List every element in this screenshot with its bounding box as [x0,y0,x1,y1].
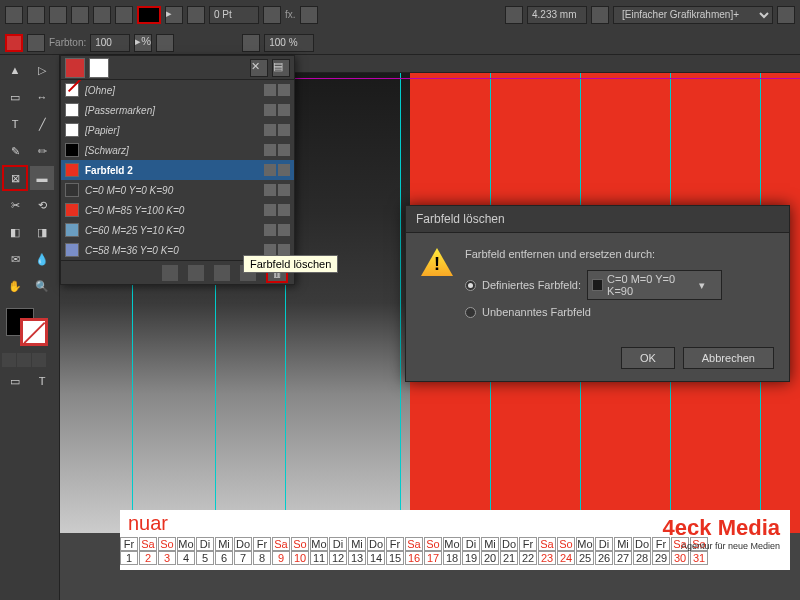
swatch-row[interactable]: [Ohne] [61,80,294,100]
swatch-row[interactable]: [Passermarken] [61,100,294,120]
free-transform-tool[interactable]: ⟲ [29,192,55,218]
toolbar-icon[interactable] [5,6,23,24]
selection-tool[interactable]: ▲ [2,57,28,83]
swatches-list[interactable]: [Ohne][Passermarken][Papier][Schwarz]Far… [61,80,294,260]
calendar-number-row: 1234567891011121314151617181920212223242… [120,551,790,565]
container-toggle-icon[interactable] [27,34,45,52]
rectangle-frame-tool[interactable]: ⊠ [2,165,28,191]
swatch-row[interactable]: [Schwarz] [61,140,294,160]
view-mode-tool[interactable]: ▭ [2,368,28,394]
thumbnail-view-icon[interactable] [188,265,204,281]
ok-button[interactable]: OK [621,347,675,369]
swatch-sample-icon [65,103,79,117]
note-tool[interactable]: ✉ [2,246,28,272]
stroke-color-icon[interactable] [20,318,48,346]
swatch-row[interactable]: Farbfeld 2 [61,160,294,180]
toolbar-icon[interactable] [115,6,133,24]
dialog-title: Farbfeld löschen [406,206,789,233]
swatch-sample-icon [65,123,79,137]
opacity-input[interactable] [264,34,314,52]
toolbar-icon[interactable] [27,6,45,24]
type-tool[interactable]: T [2,111,28,137]
stroke-weight-icon[interactable] [187,6,205,24]
defined-swatch-radio[interactable] [465,280,476,291]
toolbar-icon[interactable] [242,34,260,52]
toolbar-icon[interactable] [300,6,318,24]
swatch-preview-icon [592,279,603,291]
list-view-icon[interactable] [162,265,178,281]
swatch-name: [Passermarken] [85,105,258,116]
scissors-tool[interactable]: ✂ [2,192,28,218]
eyedropper-tool[interactable]: 💧 [29,246,55,272]
swatch-sample-icon [65,83,79,97]
brand-tagline: Agentur für neue Medien [663,541,780,551]
swatch-mode-icon [278,84,290,96]
brand-block: 4eck Media Agentur für neue Medien [663,515,780,551]
swatch-options-icon[interactable] [214,265,230,281]
swatch-type-icon [264,84,276,96]
fill-swatch-icon[interactable] [137,6,161,24]
toolbar-icon[interactable] [49,6,67,24]
toolbar-icon[interactable] [777,6,795,24]
swatch-row[interactable]: C=0 M=85 Y=100 K=0 [61,200,294,220]
opacity-icon[interactable] [263,6,281,24]
swatch-type-icon [264,164,276,176]
swatch-name: C=58 M=36 Y=0 K=0 [85,245,258,256]
gap-tool[interactable]: ↔ [29,84,55,110]
apply-color-icon[interactable] [2,353,16,367]
toolbar-icon[interactable] [156,34,174,52]
swatch-mode-icon [278,184,290,196]
replacement-swatch-select[interactable]: C=0 M=0 Y=0 K=90 ▾ [587,270,722,300]
rectangle-tool[interactable]: ▬ [29,165,55,191]
hand-tool[interactable]: ✋ [2,273,28,299]
cancel-button[interactable]: Abbrechen [683,347,774,369]
stroke-chip-icon[interactable] [89,58,109,78]
swatch-type-icon [264,104,276,116]
swatch-sample-icon [65,203,79,217]
toolbar-icon[interactable] [71,6,89,24]
none-icon[interactable]: ✕ [250,59,268,77]
zoom-tool[interactable]: 🔍 [29,273,55,299]
swatch-sample-icon [65,183,79,197]
gradient-tool[interactable]: ◨ [29,219,55,245]
swatch-name: Farbfeld 2 [85,165,258,176]
fill-stroke-proxy[interactable] [2,308,52,348]
toolbar-icon[interactable] [591,6,609,24]
gradient-feather-tool[interactable]: ◧ [2,219,28,245]
screen-mode-tool[interactable]: T [29,368,55,394]
fill-proxy-icon[interactable] [5,34,23,52]
stroke-weight-input[interactable] [209,6,259,24]
swatch-name: C=0 M=0 Y=0 K=90 [85,185,258,196]
toolbox: ▲ ▷ ▭ ↔ T ╱ ✎ ✏ ⊠ ▬ ✂ ⟲ ◧ ◨ ✉ 💧 ✋ 🔍 ▭ T [0,55,60,600]
swatch-row[interactable]: C=60 M=25 Y=10 K=0 [61,220,294,240]
swatch-row[interactable]: C=0 M=0 Y=0 K=90 [61,180,294,200]
warning-icon [421,248,453,276]
page-tool[interactable]: ▭ [2,84,28,110]
swatch-name: [Schwarz] [85,145,258,156]
swatch-mode-icon [278,144,290,156]
pencil-tool[interactable]: ✏ [29,138,55,164]
pen-tool[interactable]: ✎ [2,138,28,164]
fill-chip-icon[interactable] [65,58,85,78]
toolbar-icon[interactable] [93,6,111,24]
panel-menu-icon[interactable]: ▤ [272,59,290,77]
apply-gradient-icon[interactable] [17,353,31,367]
swatch-name: [Ohne] [85,85,258,96]
dropdown-icon[interactable]: ▸% [134,34,152,52]
swatch-type-icon [264,204,276,216]
swatches-panel-header: ✕ ▤ [61,56,294,80]
direct-selection-tool[interactable]: ▷ [29,57,55,83]
swatch-row[interactable]: [Papier] [61,120,294,140]
swatch-sample-icon [65,223,79,237]
fit-icon[interactable] [505,6,523,24]
line-tool[interactable]: ╱ [29,111,55,137]
swatch-mode-icon [278,104,290,116]
dropdown-icon[interactable]: ▸ [165,6,183,24]
tint-input[interactable] [90,34,130,52]
measurement-input[interactable] [527,6,587,24]
apply-none-icon[interactable] [32,353,46,367]
unnamed-swatch-radio[interactable] [465,307,476,318]
swatch-name: C=0 M=85 Y=100 K=0 [85,205,258,216]
object-style-select[interactable]: [Einfacher Grafikrahmen]+ [613,6,773,24]
swatch-name: [Papier] [85,125,258,136]
